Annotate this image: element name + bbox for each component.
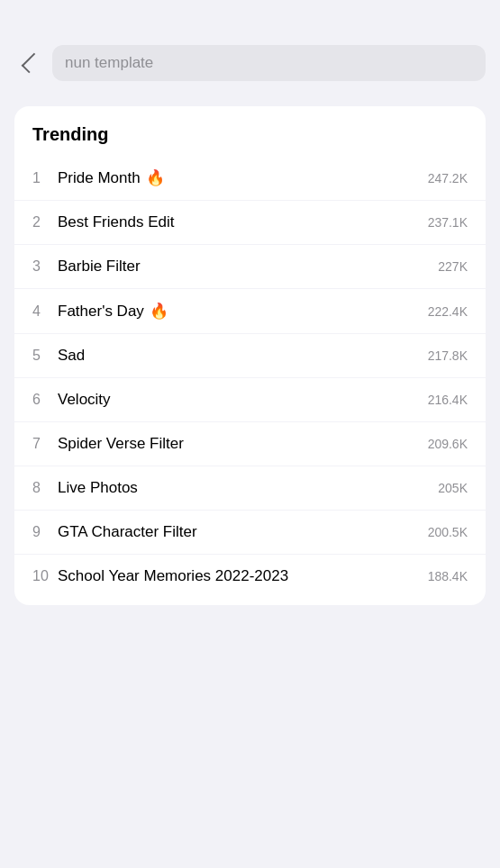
trending-item-name: Live Photos [58,479,438,497]
trending-list: 1Pride Month🔥247.2K2Best Friends Edit237… [14,156,486,598]
trending-item-name: Spider Verse Filter [58,435,428,453]
trending-item[interactable]: 8Live Photos205K [14,466,486,511]
fire-icon: 🔥 [150,302,168,321]
trending-item[interactable]: 10School Year Memories 2022-2023188.4K [14,555,486,598]
back-button[interactable] [14,49,43,77]
search-bar[interactable]: nun template [52,45,486,81]
trending-item[interactable]: 4Father's Day🔥222.4K [14,289,486,334]
fire-icon: 🔥 [146,168,165,187]
trending-item-count: 217.8K [428,348,468,363]
trending-rank: 8 [32,480,58,496]
trending-item-count: 247.2K [428,171,468,185]
trending-item[interactable]: 2Best Friends Edit237.1K [14,201,486,245]
trending-rank: 4 [32,303,58,320]
trending-rank: 5 [32,348,58,364]
search-placeholder-text: nun template [65,54,153,72]
trending-card: Trending 1Pride Month🔥247.2K2Best Friend… [14,106,486,605]
trending-item[interactable]: 1Pride Month🔥247.2K [14,156,486,201]
trending-item-name: Barbie Filter [58,258,438,276]
trending-item-count: 216.4K [428,393,468,407]
trending-item-name: Sad [58,347,428,365]
back-chevron-icon [22,53,42,74]
trending-title: Trending [14,124,486,156]
trending-item-name: Father's Day🔥 [58,302,428,321]
trending-item-name: Best Friends Edit [58,213,428,231]
trending-item-count: 227K [438,259,468,274]
trending-item[interactable]: 9GTA Character Filter200.5K [14,511,486,555]
trending-item-name: GTA Character Filter [58,523,428,541]
trending-item-name: Velocity [58,391,428,409]
trending-rank: 6 [32,392,58,408]
trending-rank: 9 [32,524,58,540]
trending-item-name: School Year Memories 2022-2023 [58,567,428,585]
trending-item-count: 205K [438,481,468,495]
trending-rank: 3 [32,258,58,275]
trending-item-count: 209.6K [428,437,468,451]
trending-item-count: 200.5K [428,525,468,539]
trending-item[interactable]: 6Velocity216.4K [14,378,486,422]
header: nun template [0,0,500,95]
trending-rank: 2 [32,214,58,231]
trending-item-name: Pride Month🔥 [58,168,428,187]
trending-rank: 1 [32,170,58,186]
trending-item-count: 188.4K [428,569,468,583]
trending-item[interactable]: 5Sad217.8K [14,334,486,378]
trending-rank: 10 [32,568,58,584]
trending-item-count: 237.1K [428,215,468,230]
trending-item[interactable]: 3Barbie Filter227K [14,245,486,289]
trending-rank: 7 [32,436,58,452]
trending-item[interactable]: 7Spider Verse Filter209.6K [14,422,486,466]
trending-item-count: 222.4K [428,304,468,319]
